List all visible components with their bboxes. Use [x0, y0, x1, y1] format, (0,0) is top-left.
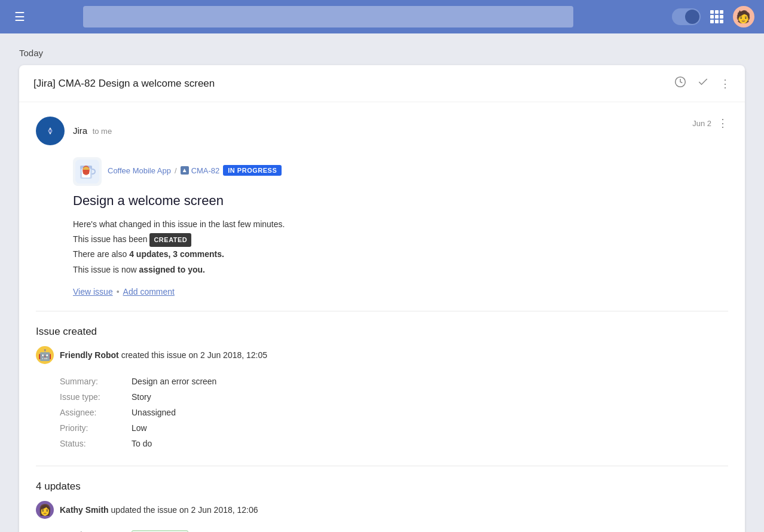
detail-summary: Summary: Design an error screen: [60, 374, 728, 389]
priority-label: Priority:: [60, 423, 132, 433]
add-comment-link[interactable]: Add comment: [123, 287, 175, 296]
issue-block: Coffee Mobile App / CMA-82 IN PROGRESS D…: [73, 157, 728, 296]
kathy-avatar: 👩: [36, 501, 54, 519]
created-by-row: 🤖 Friendly Robot created this issue on 2…: [36, 346, 728, 364]
detail-priority: Priority: Low: [60, 420, 728, 436]
issue-breadcrumb: Coffee Mobile App / CMA-82 IN PROGRESS: [108, 165, 282, 176]
updater-row: 👩 Kathy Smith updated the issue on 2 Jun…: [36, 501, 728, 519]
status-badge: IN PROGRESS: [223, 165, 282, 176]
view-issue-link[interactable]: View issue: [73, 287, 113, 296]
search-input[interactable]: [83, 6, 573, 27]
updated-text: updated the issue on 2 Jun 2018, 12:06: [111, 505, 258, 515]
sender-row: Jira to me Jun 2 ⋮: [36, 117, 728, 145]
breadcrumb-separator: /: [175, 166, 177, 175]
updates-section: 4 updates 👩 Kathy Smith updated the issu…: [36, 481, 728, 532]
status-label: Status:: [60, 439, 132, 448]
links-row: View issue • Add comment: [73, 287, 728, 296]
link-separator: •: [117, 287, 120, 296]
issue-created-heading: Issue created: [36, 326, 728, 338]
jira-avatar: [36, 117, 65, 145]
issue-project-icon: [73, 157, 102, 186]
toggle-switch[interactable]: [672, 8, 701, 25]
update-due-date: Due date: 18 Sept 2018: [60, 527, 728, 532]
email-date: Jun 2: [692, 119, 711, 128]
created-text: created this issue on 2 Jun 2018, 12:05: [121, 350, 267, 360]
email-more-icon[interactable]: ⋮: [717, 117, 728, 130]
detail-issue-type: Issue type: Story: [60, 389, 728, 405]
menu-icon[interactable]: ☰: [10, 5, 30, 29]
body-line4: This issue is now assigned to you.: [73, 262, 728, 277]
robot-avatar: 🤖: [36, 346, 54, 364]
assignee-label: Assignee:: [60, 408, 132, 417]
svg-point-1: [48, 129, 51, 132]
topbar-right: 🧑: [672, 6, 754, 27]
status-value: To do: [132, 439, 152, 448]
section-today: Today: [19, 48, 745, 58]
issue-title: Design a welcome screen: [73, 193, 728, 209]
assignee-value: Unassigned: [132, 408, 176, 417]
sender-to: to me: [93, 127, 112, 136]
sender-info: Jira to me: [36, 117, 112, 145]
body-line3: There are also 4 updates, 3 comments.: [73, 247, 728, 262]
body-line1: Here's what changed in this issue in the…: [73, 217, 728, 232]
project-name[interactable]: Coffee Mobile App: [108, 166, 171, 175]
email-header-actions: ⋮: [674, 76, 731, 91]
bookmark-icon: [181, 166, 189, 175]
issue-type-label: Issue type:: [60, 392, 132, 402]
sender-name-block: Jira to me: [73, 126, 112, 136]
topbar: ☰ 🧑: [0, 0, 764, 33]
summary-label: Summary:: [60, 377, 132, 386]
svg-rect-8: [83, 170, 89, 174]
user-avatar[interactable]: 🧑: [733, 6, 754, 27]
issue-details-table: Summary: Design an error screen Issue ty…: [60, 374, 728, 451]
email-subject: [Jira] CMA-82 Design a welcome screen: [33, 78, 215, 90]
detail-assignee: Assignee: Unassigned: [60, 405, 728, 420]
search-bar[interactable]: [83, 6, 573, 27]
creator-name: Friendly Robot: [60, 350, 119, 360]
apps-grid-icon[interactable]: [708, 8, 726, 26]
toggle-knob: [685, 10, 699, 24]
clock-icon[interactable]: [674, 76, 686, 91]
detail-status: Status: To do: [60, 436, 728, 451]
more-options-icon[interactable]: ⋮: [720, 77, 731, 90]
email-header: [Jira] CMA-82 Design a welcome screen ⋮: [19, 65, 745, 102]
updates-heading: 4 updates: [36, 481, 728, 493]
issue-key[interactable]: CMA-82: [181, 166, 220, 175]
issue-title-row: Coffee Mobile App / CMA-82 IN PROGRESS: [73, 157, 728, 186]
email-date-row: Jun 2 ⋮: [692, 117, 728, 130]
body-line2: This issue has been CREATED: [73, 232, 728, 247]
divider-1: [36, 311, 728, 311]
issue-type-value: Story: [132, 392, 151, 402]
priority-value: Low: [132, 423, 147, 433]
email-body-text: Here's what changed in this issue in the…: [73, 217, 728, 277]
checkmark-icon[interactable]: [697, 76, 709, 91]
divider-2: [36, 466, 728, 466]
email-card: [Jira] CMA-82 Design a welcome screen ⋮: [19, 65, 745, 532]
sender-name: Jira: [73, 126, 87, 136]
updater-name: Kathy Smith: [60, 505, 109, 515]
created-badge: CREATED: [149, 233, 191, 247]
page-content: Today [Jira] CMA-82 Design a welcome scr…: [0, 33, 764, 532]
summary-value: Design an error screen: [132, 377, 216, 386]
issue-meta: Coffee Mobile App / CMA-82 IN PROGRESS: [108, 165, 282, 178]
email-body: Jira to me Jun 2 ⋮: [19, 102, 745, 532]
